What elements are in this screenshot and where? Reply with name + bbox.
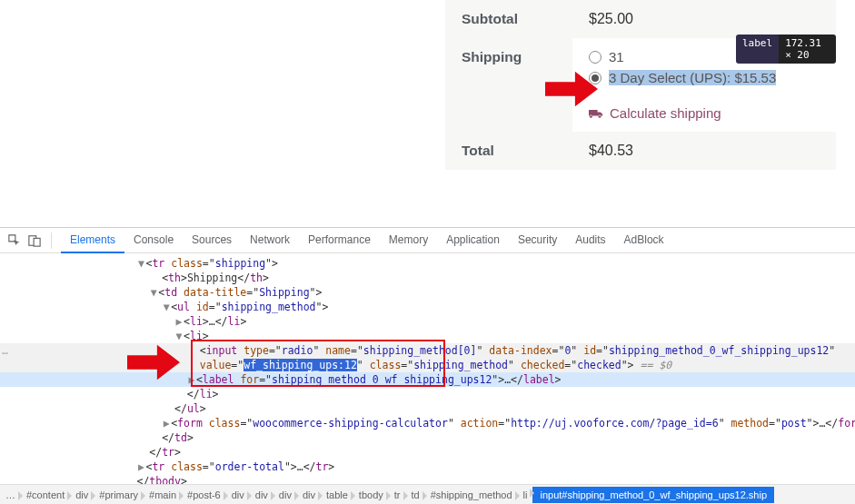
tab-performance[interactable]: Performance — [299, 228, 380, 253]
svg-rect-1 — [34, 238, 40, 246]
annotation-arrow-icon — [127, 344, 180, 380]
dom-line[interactable]: ▶<form class="woocommerce-shipping-calcu… — [0, 416, 855, 430]
breadcrumb-item[interactable]: #primary — [94, 489, 144, 500]
tooltip-tagname: label — [736, 35, 779, 64]
dom-line[interactable]: <th>Shipping</th> — [0, 271, 855, 285]
breadcrumb-item[interactable]: #shipping_method — [425, 489, 518, 500]
dom-line[interactable]: </ul> — [0, 401, 855, 416]
subtotal-value: $25.00 — [572, 0, 836, 38]
toolbar-divider — [51, 232, 52, 249]
tab-sources[interactable]: Sources — [183, 228, 241, 253]
tab-network[interactable]: Network — [241, 228, 299, 253]
calculate-shipping-link[interactable]: Calculate shipping — [589, 105, 820, 121]
dom-line[interactable]: </td> — [0, 430, 855, 445]
tab-elements[interactable]: Elements — [61, 228, 124, 253]
dom-line[interactable]: ▶<li>…</li> — [0, 314, 855, 329]
selected-value: wf_shipping_ups:12 — [244, 359, 357, 371]
dom-line[interactable]: </li> — [0, 387, 855, 401]
total-row: Total $40.53 — [445, 132, 836, 170]
breadcrumb-item[interactable]: table — [321, 489, 353, 500]
calculate-shipping-label: Calculate shipping — [610, 105, 721, 121]
page-preview: Subtotal $25.00 Shipping label 172.31 × … — [0, 0, 855, 227]
inspect-icon[interactable] — [7, 233, 22, 248]
dom-line[interactable]: ▼<li> — [0, 329, 855, 343]
dom-tree[interactable]: ⋯ ▼<tr class="shipping"> <th>Shipping</t… — [0, 253, 855, 484]
shipping-cell: label 172.31 × 20 31 3 Day Select (UPS):… — [572, 38, 836, 132]
radio-icon[interactable] — [589, 51, 601, 64]
shipping-option-1-label: 31 — [609, 49, 624, 64]
devtools-toolbar: Elements Console Sources Network Perform… — [0, 228, 855, 253]
devtools-panel: Elements Console Sources Network Perform… — [0, 227, 855, 504]
breadcrumb-item[interactable]: #post-6 — [182, 489, 226, 500]
tab-console[interactable]: Console — [124, 228, 183, 253]
shipping-row: Shipping label 172.31 × 20 31 3 Day Sele… — [445, 38, 836, 132]
tab-application[interactable]: Application — [437, 228, 509, 253]
truck-icon — [589, 108, 603, 119]
dom-line[interactable]: ▼<tr class="shipping"> — [0, 256, 855, 271]
devtools-tabs: Elements Console Sources Network Perform… — [61, 228, 673, 253]
gutter-dots: ⋯ — [2, 346, 9, 361]
breadcrumb-item-selected[interactable]: input#shipping_method_0_wf_shipping_ups1… — [532, 487, 774, 503]
device-toggle-icon[interactable] — [27, 233, 42, 248]
tooltip-dimensions: 172.31 × 20 — [779, 35, 836, 64]
tab-audits[interactable]: Audits — [566, 228, 614, 253]
shipping-option-2-label: 3 Day Select (UPS): $15.53 — [609, 70, 776, 85]
tab-adblock[interactable]: AdBlock — [615, 228, 673, 253]
shipping-option-2[interactable]: 3 Day Select (UPS): $15.53 — [589, 70, 820, 85]
dom-line[interactable]: ▼<ul id="shipping_method"> — [0, 300, 855, 314]
cart-totals-table: Subtotal $25.00 Shipping label 172.31 × … — [445, 0, 836, 170]
breadcrumb-item[interactable]: #main — [144, 489, 182, 500]
inspector-tooltip: label 172.31 × 20 — [736, 35, 836, 64]
total-value: $40.53 — [572, 132, 836, 170]
subtotal-row: Subtotal $25.00 — [445, 0, 836, 38]
breadcrumb-item[interactable]: tbody — [353, 489, 389, 500]
dom-line[interactable]: </tbody> — [0, 474, 855, 484]
dom-line[interactable]: ▼<td data-title="Shipping"> — [0, 285, 855, 300]
total-label: Total — [445, 132, 572, 170]
dom-line[interactable]: ▶<tr class="order-total">…</tr> — [0, 460, 855, 474]
tab-security[interactable]: Security — [509, 228, 566, 253]
dom-line[interactable]: </tr> — [0, 445, 855, 460]
subtotal-label: Subtotal — [445, 0, 572, 38]
tab-memory[interactable]: Memory — [380, 228, 437, 253]
breadcrumb-item[interactable]: #content — [21, 489, 70, 500]
annotation-arrow-icon — [545, 71, 598, 107]
dom-breadcrumb[interactable]: … #content div #primary #main #post-6 di… — [0, 484, 855, 504]
